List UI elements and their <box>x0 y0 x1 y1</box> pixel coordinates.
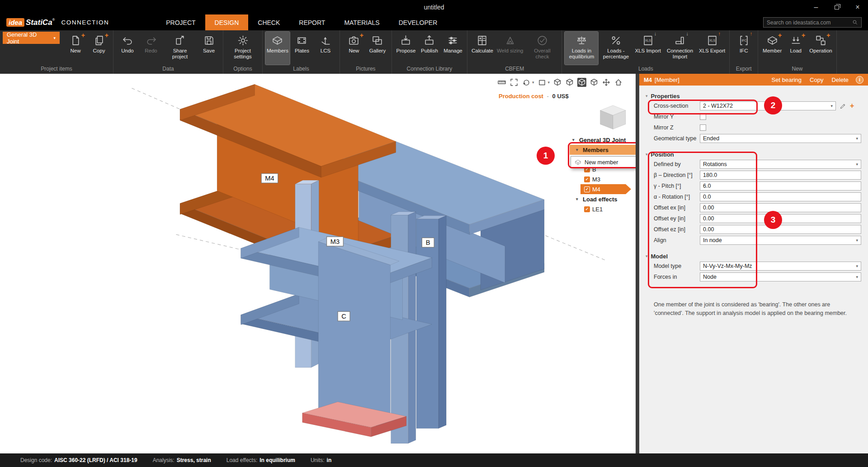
search-box[interactable] <box>763 17 862 28</box>
new-load-button[interactable]: + Load <box>784 32 807 65</box>
visibility-checkbox-icon[interactable]: ✓ <box>584 206 590 212</box>
labels-lcs-toggle[interactable]: LCS <box>314 32 337 65</box>
tab-materials[interactable]: MATERIALS <box>335 14 389 30</box>
collapse-chevron-icon[interactable]: ▾ <box>646 94 648 98</box>
chevron-down-icon[interactable]: ▾ <box>576 148 580 152</box>
labels-members-toggle[interactable]: Members <box>265 32 290 65</box>
new-operation-button[interactable]: + Operation <box>808 32 834 65</box>
section-properties[interactable]: ▾ Properties <box>639 91 868 100</box>
visibility-checkbox-icon[interactable]: ✓ <box>584 176 590 182</box>
measure-icon[interactable] <box>497 78 506 87</box>
chevron-down-icon[interactable]: ▾ <box>572 138 577 142</box>
geometrical-type-select[interactable]: Ended ▾ <box>700 134 861 143</box>
tree-item-le1[interactable]: ✓ LE1 <box>564 204 636 214</box>
copy-project-item-button[interactable]: + Copy <box>88 32 110 65</box>
align-select[interactable]: In node ▾ <box>700 236 861 245</box>
mirror-z-checkbox[interactable] <box>700 124 706 131</box>
zoom-fit-icon[interactable] <box>509 78 519 87</box>
scheme-select[interactable]: General 3D Joint ▾ <box>3 32 60 44</box>
undo-button[interactable]: Undo <box>116 32 139 65</box>
view-cube[interactable] <box>600 105 626 129</box>
tab-design[interactable]: DESIGN <box>205 14 249 30</box>
minimize-button[interactable]: – <box>806 0 826 14</box>
tree-group-members[interactable]: ▾ Members <box>570 145 636 155</box>
new-member-button[interactable]: + Member <box>761 32 783 65</box>
view-style-shaded-icon[interactable] <box>565 78 574 87</box>
panel-splitter[interactable] <box>636 74 639 453</box>
dropdown-caret-icon[interactable]: ▾ <box>532 80 534 85</box>
view-style-solid-icon[interactable] <box>577 78 586 87</box>
set-bearing-button[interactable]: Set bearing <box>772 76 802 83</box>
xls-import-button[interactable]: ↓ XLS Import <box>633 32 662 65</box>
xls-export-button[interactable]: ↑ XLS Export <box>698 32 726 65</box>
search-input[interactable] <box>767 19 849 26</box>
home-icon[interactable] <box>614 78 623 87</box>
labels-plates-toggle[interactable]: Plates <box>291 32 313 65</box>
close-button[interactable]: × <box>847 0 868 14</box>
maximize-button[interactable] <box>826 0 847 14</box>
gamma-pitch-field[interactable] <box>700 181 861 191</box>
rotate-view-icon[interactable] <box>522 78 531 87</box>
tree-group-load-effects[interactable]: ▾ Load effects <box>564 194 636 204</box>
member-type: [Member] <box>655 76 679 83</box>
tab-check[interactable]: CHECK <box>248 14 289 30</box>
member-label-m4[interactable]: M4 <box>261 173 278 183</box>
alpha-rotation-field[interactable] <box>700 192 861 201</box>
offset-ex-field[interactable] <box>700 203 861 212</box>
section-model[interactable]: ▾ Model <box>639 252 868 261</box>
share-project-button[interactable]: Share project <box>163 32 197 65</box>
forces-in-select[interactable]: Node ▾ <box>700 272 861 281</box>
member-label-b[interactable]: B <box>422 238 434 248</box>
beta-direction-field[interactable] <box>700 171 861 180</box>
add-cross-section-icon[interactable]: + <box>850 102 854 110</box>
axes-icon <box>319 34 332 47</box>
row-offset-ex: Offset ex [in] <box>639 202 868 213</box>
visibility-checkbox-icon[interactable]: ✓ <box>584 186 590 192</box>
view-style-wireframe-icon[interactable] <box>553 78 562 87</box>
pan-icon[interactable] <box>602 78 611 87</box>
context-menu-new-member[interactable]: New member <box>571 156 636 168</box>
info-icon[interactable]: i <box>856 76 863 84</box>
model-3d[interactable]: M4 M3 B C <box>0 74 636 453</box>
propose-button[interactable]: Propose <box>395 32 417 65</box>
tree-root-general-3d-joint[interactable]: ▾ General 3D Joint <box>564 135 636 145</box>
view-style-transparent-icon[interactable] <box>590 78 599 87</box>
project-settings-button[interactable]: Project settings <box>226 32 259 65</box>
copy-member-button[interactable]: Copy <box>810 76 823 83</box>
collapse-chevron-icon[interactable]: ▾ <box>646 254 648 258</box>
tab-report[interactable]: REPORT <box>289 14 335 30</box>
loads-percentage-button[interactable]: Loads - percentage <box>599 32 632 65</box>
tab-project[interactable]: PROJECT <box>156 14 205 30</box>
chevron-down-icon[interactable]: ▾ <box>576 197 580 201</box>
model-type-select[interactable]: N-Vy-Vz-Mx-My-Mz ▾ <box>700 262 861 271</box>
production-cost: Production cost - 0 US$ <box>499 93 569 100</box>
section-box-icon[interactable] <box>538 78 547 87</box>
calculate-button[interactable]: Calculate <box>470 32 495 65</box>
tab-developer[interactable]: DEVELOPER <box>389 14 447 30</box>
new-picture-button[interactable]: + New <box>343 32 365 65</box>
offset-ez-field[interactable] <box>700 225 861 234</box>
connection-import-button[interactable]: ↓ Connection Import <box>663 32 697 65</box>
section-position[interactable]: ▾ Position <box>639 150 868 159</box>
scheme-select-label: General 3D Joint <box>7 31 51 45</box>
tree-item-member-m4-selected[interactable]: ✓ M4 <box>580 184 631 194</box>
edit-pencil-icon[interactable] <box>840 103 846 110</box>
loads-in-equilibrium-toggle[interactable]: Loads in equilibrium <box>565 32 598 65</box>
gallery-button[interactable]: Gallery <box>366 32 389 65</box>
tree-item-member-m3[interactable]: ✓ M3 <box>564 174 636 184</box>
member-label-m3[interactable]: M3 <box>327 237 344 246</box>
ifc-export-button[interactable]: ↑ IFC <box>732 32 755 65</box>
delete-member-button[interactable]: Delete <box>831 76 849 83</box>
dropdown-caret-icon[interactable]: ▾ <box>548 80 550 85</box>
defined-by-select[interactable]: Rotations ▾ <box>700 160 861 169</box>
manage-button[interactable]: Manage <box>442 32 464 65</box>
row-offset-ez: Offset ez [in] <box>639 224 868 235</box>
publish-button[interactable]: Publish <box>418 32 441 65</box>
new-project-item-button[interactable]: + New <box>64 32 87 65</box>
member-c-column[interactable] <box>318 238 399 429</box>
viewport-3d[interactable]: M4 M3 B C ▾ <box>0 74 636 453</box>
mirror-y-checkbox[interactable] <box>700 114 706 120</box>
member-label-c[interactable]: C <box>338 311 350 321</box>
save-button[interactable]: Save <box>198 32 220 65</box>
collapse-chevron-icon[interactable]: ▾ <box>646 152 648 157</box>
